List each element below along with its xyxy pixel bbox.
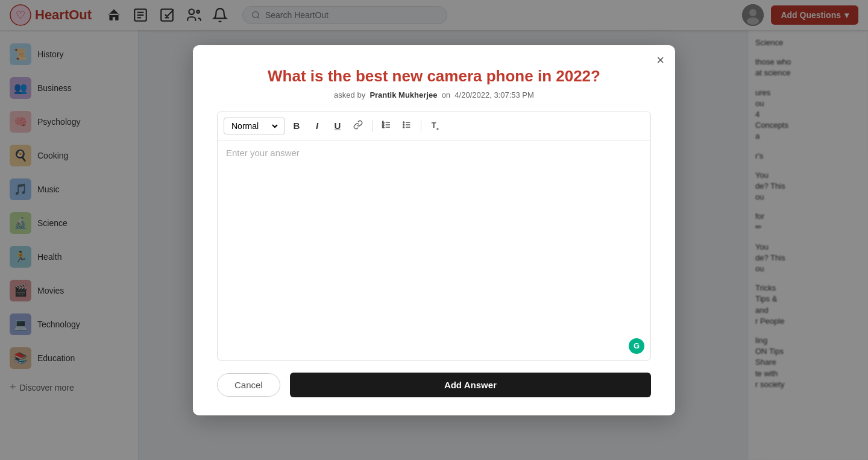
modal-meta: asked by Prantik Mukherjee on 4/20/2022,… [217, 90, 651, 99]
unordered-list-button[interactable] [398, 117, 416, 135]
link-icon [353, 120, 363, 131]
modal-actions: Cancel Add Answer [217, 373, 651, 397]
toolbar-divider-1 [372, 120, 373, 132]
add-answer-button[interactable]: Add Answer [290, 373, 651, 397]
svg-point-24 [403, 122, 404, 123]
editor-toolbar: Normal Heading 1 Heading 2 Heading 3 B I… [218, 112, 650, 140]
modal-date: 4/20/2022, 3:07:53 PM [454, 90, 534, 99]
italic-button[interactable]: I [308, 117, 326, 135]
unordered-list-icon [402, 120, 412, 131]
modal-title: What is the best new camera phone in 202… [217, 67, 651, 86]
clear-format-button[interactable]: Tx [426, 117, 444, 135]
modal-author: Prantik Mukherjee [370, 90, 437, 99]
modal-overlay[interactable]: × What is the best new camera phone in 2… [0, 0, 868, 460]
clear-format-icon: Tx [432, 121, 439, 131]
grammarly-icon: G [629, 338, 644, 354]
modal-close-button[interactable]: × [656, 54, 664, 67]
modal-meta-prefix: asked by [334, 90, 365, 99]
format-select[interactable]: Normal Heading 1 Heading 2 Heading 3 [229, 121, 280, 131]
italic-icon: I [316, 121, 318, 131]
editor-container: Normal Heading 1 Heading 2 Heading 3 B I… [217, 112, 651, 361]
modal-meta-middle: on [442, 90, 450, 99]
toolbar-divider-2 [421, 120, 421, 132]
bold-icon: B [294, 121, 300, 131]
cancel-button[interactable]: Cancel [217, 373, 280, 397]
svg-point-26 [403, 127, 404, 128]
editor-placeholder: Enter your answer [226, 148, 300, 158]
underline-button[interactable]: U [329, 117, 347, 135]
editor-body[interactable]: Enter your answer G [218, 140, 650, 360]
editor-content[interactable]: Enter your answer [226, 148, 642, 353]
ordered-list-icon: 1. 2. 3. [382, 120, 391, 131]
svg-point-25 [403, 124, 404, 125]
link-button[interactable] [349, 117, 367, 135]
bold-button[interactable]: B [288, 117, 306, 135]
format-select-wrapper[interactable]: Normal Heading 1 Heading 2 Heading 3 [224, 118, 285, 134]
answer-modal: × What is the best new camera phone in 2… [193, 45, 675, 415]
svg-text:3.: 3. [382, 125, 384, 128]
underline-icon: U [335, 121, 341, 131]
ordered-list-button[interactable]: 1. 2. 3. [377, 117, 395, 135]
